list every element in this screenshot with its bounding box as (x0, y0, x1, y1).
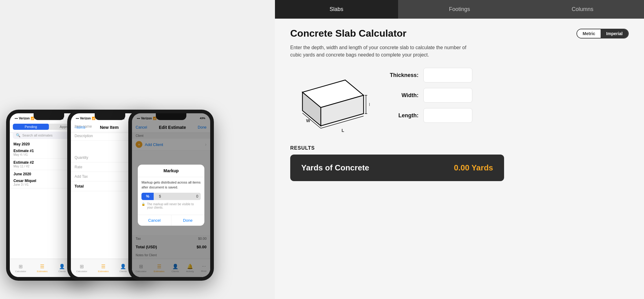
tab-estimates-2[interactable]: ☰ Estimates (98, 264, 109, 273)
tab-clients-2[interactable]: 👤 Clients (119, 264, 127, 273)
segment-pending[interactable]: Pending (13, 124, 49, 130)
unit-imperial-btn[interactable]: Imperial (601, 29, 628, 38)
tab-label-est-1: Estimates (37, 270, 48, 273)
modal-done-button[interactable]: Done (171, 215, 204, 226)
calc-header: Concrete Slab Calculator Metric Imperial (290, 28, 629, 39)
width-input[interactable] (423, 88, 472, 103)
length-label: Length: (388, 112, 419, 119)
results-section: RESULTS Yards of Concrete 0.00 Yards (290, 145, 629, 181)
tab-label-clients-2: Clients (119, 270, 127, 273)
markup-note-text: The markup will never be visible to your… (147, 202, 201, 209)
dollar-btn[interactable]: $ (154, 193, 166, 200)
slab-svg: H W L (290, 68, 370, 135)
modal-desc: Markup gets distributed across all items… (141, 180, 201, 190)
results-label: RESULTS (290, 145, 629, 151)
calculator-section: Slabs Footings Columns Concrete Slab Cal… (275, 0, 644, 299)
estimates-icon-2: ☰ (101, 264, 105, 269)
markup-zero: 0 (194, 193, 201, 200)
tab-slabs[interactable]: Slabs (275, 0, 398, 19)
tab-clients-1[interactable]: 👤 Clients (58, 264, 66, 273)
calc-content: Concrete Slab Calculator Metric Imperial… (275, 19, 644, 299)
slab-diagram: H W L (290, 68, 370, 136)
carrier-text-2: Verizon (80, 117, 91, 120)
tab-columns[interactable]: Columns (521, 0, 644, 19)
lock-icon: 🔒 (141, 202, 145, 206)
thickness-input[interactable] (423, 68, 472, 82)
modal-actions: Cancel Done (138, 215, 204, 226)
tab-label-calc-2: Calculator (76, 270, 87, 273)
clients-icon-2: 👤 (120, 264, 126, 269)
percent-btn[interactable]: % (141, 193, 154, 200)
signal-icon: ▪▪▪ (15, 117, 18, 120)
width-row: Width: (388, 88, 510, 103)
tab-label-calc-1: Calculator (15, 270, 26, 273)
calculator-icon-1: ⊞ (19, 264, 23, 269)
h-label: H (369, 102, 370, 107)
tab-label-clients-1: Clients (58, 270, 66, 273)
phone-edit-estimate: ▪▪▪ Verizon 📶 3:30 PM 43% Cancel Edit Es… (128, 110, 214, 281)
calc-description: Enter the depth, width and length of you… (290, 44, 474, 59)
markup-toggle[interactable]: % $ 0 (141, 193, 201, 200)
calc-inputs: Thickness: Width: Length: (388, 68, 510, 123)
search-icon: 🔍 (16, 133, 20, 137)
estimates-icon-1: ☰ (40, 264, 44, 269)
tab-calculator-1[interactable]: ⊞ Calculator (15, 264, 26, 273)
tab-label-est-2: Estimates (98, 270, 109, 273)
notch-2 (95, 113, 125, 120)
phone-3-screen: ▪▪▪ Verizon 📶 3:30 PM 43% Cancel Edit Es… (132, 113, 210, 277)
thickness-label: Thickness: (388, 72, 419, 78)
unit-metric-btn[interactable]: Metric (577, 29, 601, 38)
yards-value: 0.00 Yards (454, 163, 493, 173)
tab-estimates-1[interactable]: ☰ Estimates (37, 264, 48, 273)
width-label: Width: (388, 92, 419, 99)
modal-body: Markup gets distributed across all items… (138, 177, 204, 215)
w-label: W (306, 118, 310, 123)
calc-title: Concrete Slab Calculator (290, 28, 407, 39)
modal-cancel-button[interactable]: Cancel (138, 215, 171, 226)
modal-overlay: Markup Markup gets distributed across al… (132, 113, 210, 277)
status-left-1: ▪▪▪ Verizon 📶 (15, 117, 34, 120)
clients-icon-1: 👤 (59, 264, 65, 269)
tab-footings[interactable]: Footings (398, 0, 521, 19)
status-left-2: ▪▪▪ Verizon 📶 (76, 117, 95, 120)
length-input[interactable] (423, 108, 472, 123)
l-label: L (342, 128, 344, 133)
calc-tab-bar: Slabs Footings Columns (275, 0, 644, 19)
tab-calculator-2[interactable]: ⊞ Calculator (76, 264, 87, 273)
signal-icon-2: ▪▪▪ (76, 117, 79, 120)
length-row: Length: (388, 108, 510, 123)
yards-label: Yards of Concrete (301, 163, 369, 173)
markup-modal: Markup Markup gets distributed across al… (138, 165, 204, 226)
results-card: Yards of Concrete 0.00 Yards (290, 155, 504, 181)
phones-section: ▪▪▪ Verizon 📶 3:30 PM 🔋 Estimates Ne (0, 0, 275, 299)
modal-title: Markup (138, 165, 204, 177)
unit-toggle[interactable]: Metric Imperial (576, 29, 629, 38)
search-placeholder: Search all estimates (22, 133, 53, 137)
notch-1 (34, 113, 64, 120)
markup-note: 🔒 The markup will never be visible to yo… (141, 202, 201, 209)
calc-body: H W L Thickness: Width: (290, 68, 629, 136)
thickness-row: Thickness: (388, 68, 510, 82)
carrier-text: Verizon (19, 117, 30, 120)
calculator-icon-2: ⊞ (80, 264, 84, 269)
